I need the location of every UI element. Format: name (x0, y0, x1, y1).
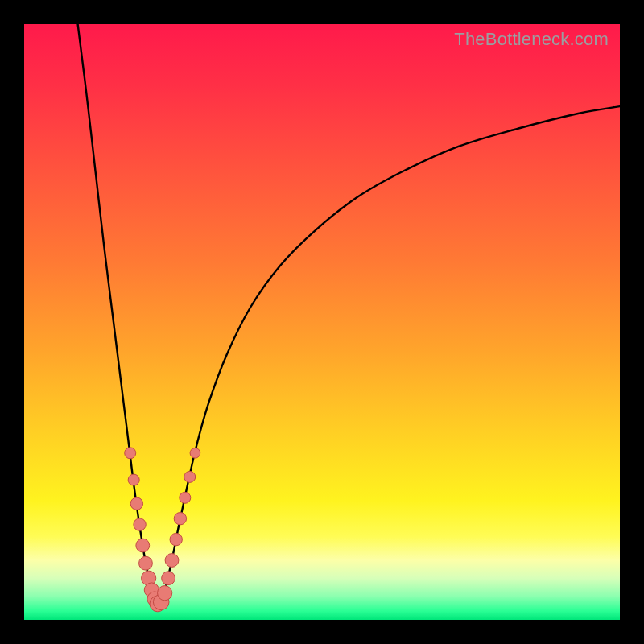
watermark-text: TheBottleneck.com (454, 29, 609, 50)
bottleneck-curve (24, 24, 620, 620)
data-point (158, 586, 172, 601)
data-point (190, 448, 200, 459)
plot-area: TheBottleneck.com (24, 24, 620, 620)
data-point (128, 474, 139, 485)
data-point (184, 471, 196, 482)
data-point (134, 518, 146, 530)
data-point (125, 448, 136, 459)
data-point (139, 556, 153, 570)
chart-frame: TheBottleneck.com (0, 0, 644, 644)
data-point (170, 533, 182, 545)
data-point (136, 539, 150, 552)
data-point (165, 554, 179, 568)
data-point (162, 572, 175, 585)
data-point (180, 492, 191, 503)
data-point (174, 513, 186, 525)
data-point (130, 497, 142, 510)
